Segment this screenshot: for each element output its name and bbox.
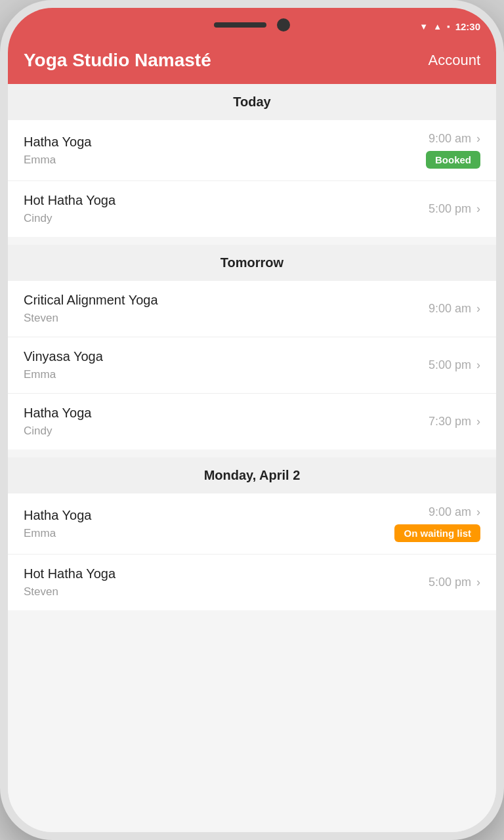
class-item-tomorrow-1[interactable]: Critical Alignment YogaSteven9:00 am› bbox=[8, 281, 496, 337]
account-button[interactable]: Account bbox=[429, 52, 481, 69]
status-time: 12:30 bbox=[455, 21, 480, 32]
class-time-monday-2: 5:00 pm bbox=[429, 576, 471, 589]
class-instructor-today-1: Emma bbox=[24, 154, 91, 167]
status-icons: ▼ ▲ ▪ 12:30 bbox=[419, 21, 480, 32]
class-time-row-tomorrow-3: 7:30 pm› bbox=[429, 415, 480, 429]
class-list-today: Hatha YogaEmma9:00 am›BookedHot Hatha Yo… bbox=[8, 120, 496, 237]
class-right-tomorrow-3: 7:30 pm› bbox=[429, 415, 480, 429]
chevron-icon-tomorrow-2: › bbox=[476, 358, 480, 372]
section-gap-0 bbox=[8, 237, 496, 245]
notch-bar bbox=[214, 22, 266, 28]
main-content: TodayHatha YogaEmma9:00 am›BookedHot Hat… bbox=[8, 84, 496, 832]
class-time-tomorrow-3: 7:30 pm bbox=[429, 415, 471, 429]
class-item-today-1[interactable]: Hatha YogaEmma9:00 am›Booked bbox=[8, 120, 496, 181]
class-right-tomorrow-2: 5:00 pm› bbox=[429, 358, 480, 372]
class-info-today-1: Hatha YogaEmma bbox=[24, 135, 91, 167]
section-title-monday: Monday, April 2 bbox=[204, 468, 301, 482]
class-info-tomorrow-3: Hatha YogaCindy bbox=[24, 406, 91, 438]
class-item-tomorrow-3[interactable]: Hatha YogaCindy7:30 pm› bbox=[8, 394, 496, 450]
class-instructor-tomorrow-1: Steven bbox=[24, 312, 158, 325]
section-header-today: Today bbox=[8, 84, 496, 120]
chevron-icon-monday-1: › bbox=[476, 505, 480, 519]
class-instructor-tomorrow-2: Emma bbox=[24, 368, 103, 381]
chevron-icon-today-2: › bbox=[476, 202, 480, 216]
class-name-today-1: Hatha Yoga bbox=[24, 135, 91, 150]
class-item-today-2[interactable]: Hot Hatha YogaCindy5:00 pm› bbox=[8, 181, 496, 237]
badge-monday-1: On waiting list bbox=[394, 524, 480, 542]
class-name-monday-2: Hot Hatha Yoga bbox=[24, 566, 116, 581]
section-title-today: Today bbox=[233, 94, 270, 109]
class-name-tomorrow-1: Critical Alignment Yoga bbox=[24, 293, 158, 308]
class-name-today-2: Hot Hatha Yoga bbox=[24, 193, 116, 208]
class-time-tomorrow-2: 5:00 pm bbox=[429, 358, 471, 372]
class-info-tomorrow-1: Critical Alignment YogaSteven bbox=[24, 293, 158, 325]
class-time-row-today-1: 9:00 am› bbox=[429, 132, 480, 146]
signal-icon: ▲ bbox=[433, 22, 442, 32]
battery-icon: ▪ bbox=[447, 22, 450, 32]
class-time-row-monday-2: 5:00 pm› bbox=[429, 576, 480, 589]
chevron-icon-today-1: › bbox=[476, 132, 480, 146]
class-right-tomorrow-1: 9:00 am› bbox=[429, 302, 480, 316]
class-right-monday-1: 9:00 am›On waiting list bbox=[394, 505, 480, 542]
class-time-today-1: 9:00 am bbox=[429, 132, 471, 146]
wifi-icon: ▼ bbox=[419, 22, 428, 32]
notch-area bbox=[214, 18, 290, 32]
class-item-tomorrow-2[interactable]: Vinyasa YogaEmma5:00 pm› bbox=[8, 337, 496, 394]
class-name-tomorrow-2: Vinyasa Yoga bbox=[24, 349, 103, 364]
section-gap-1 bbox=[8, 450, 496, 457]
class-right-today-2: 5:00 pm› bbox=[429, 202, 480, 216]
status-bar: ▼ ▲ ▪ 12:30 bbox=[8, 8, 496, 39]
class-instructor-today-2: Cindy bbox=[24, 212, 116, 225]
class-instructor-monday-1: Emma bbox=[24, 527, 91, 540]
class-time-today-2: 5:00 pm bbox=[429, 202, 471, 216]
chevron-icon-tomorrow-1: › bbox=[476, 302, 480, 316]
app-header: Yoga Studio Namasté Account bbox=[8, 39, 496, 84]
section-title-tomorrow: Tomorrow bbox=[220, 255, 284, 270]
class-time-monday-1: 9:00 am bbox=[429, 505, 471, 519]
class-time-row-tomorrow-1: 9:00 am› bbox=[429, 302, 480, 316]
class-info-monday-1: Hatha YogaEmma bbox=[24, 508, 91, 540]
class-list-tomorrow: Critical Alignment YogaSteven9:00 am›Vin… bbox=[8, 281, 496, 450]
class-info-tomorrow-2: Vinyasa YogaEmma bbox=[24, 349, 103, 381]
chevron-icon-monday-2: › bbox=[476, 576, 480, 589]
phone-frame: ▼ ▲ ▪ 12:30 Yoga Studio Namasté Account … bbox=[0, 0, 504, 840]
class-instructor-tomorrow-3: Cindy bbox=[24, 425, 91, 438]
badge-today-1: Booked bbox=[426, 151, 480, 169]
class-time-row-today-2: 5:00 pm› bbox=[429, 202, 480, 216]
class-info-today-2: Hot Hatha YogaCindy bbox=[24, 193, 116, 225]
class-time-tomorrow-1: 9:00 am bbox=[429, 302, 471, 316]
notch-dot bbox=[277, 18, 290, 32]
class-right-today-1: 9:00 am›Booked bbox=[426, 132, 480, 169]
class-time-row-monday-1: 9:00 am› bbox=[429, 505, 480, 519]
chevron-icon-tomorrow-3: › bbox=[476, 415, 480, 429]
class-info-monday-2: Hot Hatha YogaSteven bbox=[24, 566, 116, 598]
phone-inner: ▼ ▲ ▪ 12:30 Yoga Studio Namasté Account … bbox=[8, 8, 496, 832]
class-name-monday-1: Hatha Yoga bbox=[24, 508, 91, 523]
class-item-monday-1[interactable]: Hatha YogaEmma9:00 am›On waiting list bbox=[8, 494, 496, 555]
class-time-row-tomorrow-2: 5:00 pm› bbox=[429, 358, 480, 372]
class-item-monday-2[interactable]: Hot Hatha YogaSteven5:00 pm› bbox=[8, 555, 496, 610]
class-instructor-monday-2: Steven bbox=[24, 585, 116, 598]
class-name-tomorrow-3: Hatha Yoga bbox=[24, 406, 91, 421]
section-header-monday: Monday, April 2 bbox=[8, 457, 496, 494]
section-header-tomorrow: Tomorrow bbox=[8, 245, 496, 281]
class-right-monday-2: 5:00 pm› bbox=[429, 576, 480, 589]
app-title: Yoga Studio Namasté bbox=[24, 50, 211, 71]
class-list-monday: Hatha YogaEmma9:00 am›On waiting listHot… bbox=[8, 494, 496, 610]
